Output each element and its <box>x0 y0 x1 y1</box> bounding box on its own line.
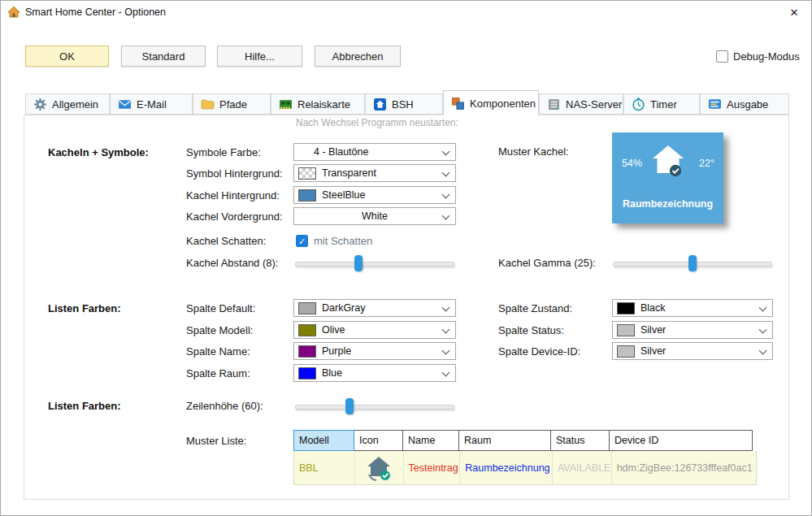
tile-temperature: 22° <box>699 158 714 169</box>
row-cell-icon <box>355 451 404 484</box>
combo-value: Silver <box>640 345 666 357</box>
home-check-icon <box>649 142 688 183</box>
transparent-swatch <box>298 167 316 180</box>
spalte-raum-select[interactable]: Blue <box>293 364 456 382</box>
kachel-vordergrund-label: Kachel Vordergrund: <box>186 210 283 223</box>
muster-liste-label: Muster Liste: <box>186 435 246 447</box>
combo-value: Black <box>640 302 666 314</box>
row-cell-name: Testeintrag <box>404 451 461 484</box>
chevron-down-icon <box>759 326 767 334</box>
chevron-down-icon <box>442 212 450 220</box>
standard-button[interactable]: Standard <box>121 46 206 67</box>
chevron-down-icon <box>442 148 450 156</box>
spalte-modell-label: Spalte Modell: <box>186 324 253 336</box>
ok-button[interactable]: OK <box>25 46 109 67</box>
color-swatch <box>298 367 316 379</box>
symbol-hintergrund-label: Symbol Hintergrund: <box>186 167 283 180</box>
combo-value: 4 - Blautöne <box>314 146 368 158</box>
spalte-default-label: Spalte Default: <box>186 302 255 314</box>
tile-room-label: Raumbezeichnung <box>612 198 723 210</box>
spalte-default-select[interactable]: DarkGray <box>293 299 456 317</box>
zeilenhoehe-label: Zeilenhöhe (60): <box>186 400 263 412</box>
spalte-status-label: Spalte Status: <box>498 324 564 336</box>
kachel-vordergrund-select[interactable]: White <box>293 207 456 225</box>
row-cell-modell: BBL <box>294 451 355 484</box>
envelope-icon <box>118 98 132 111</box>
titlebar: Smart Home Center - Optionen ✕ <box>1 1 811 24</box>
combo-value: White <box>362 210 388 222</box>
spalte-zustand-select[interactable]: Black <box>612 299 773 317</box>
app-icon <box>7 6 20 19</box>
kachel-hintergrund-label: Kachel Hintergrund: <box>186 189 280 202</box>
combo-value: DarkGray <box>322 302 365 314</box>
bsh-home-icon <box>373 98 387 111</box>
kachel-gamma-slider[interactable] <box>613 255 772 271</box>
spalte-device-id-label: Spalte Device-ID: <box>498 345 580 358</box>
tab-nas-server[interactable]: NAS-Server <box>539 93 623 115</box>
slider-track[interactable] <box>295 262 454 267</box>
row-cell-device-id: hdm:ZigBee:126733fffeaf0ac1 <box>612 451 756 484</box>
symbol-hintergrund-select[interactable]: Transparent <box>293 164 456 182</box>
tab-label: E-Mail <box>137 98 167 111</box>
combo-value: Olive <box>322 324 345 336</box>
window-title: Smart Home Center - Optionen <box>25 7 166 18</box>
tab-ausgabe[interactable]: Ausgabe <box>700 93 789 115</box>
symbole-farbe-select[interactable]: 4 - Blautöne <box>293 143 456 161</box>
output-icon <box>708 98 722 111</box>
color-swatch <box>617 302 635 314</box>
slider-thumb[interactable] <box>345 398 354 414</box>
combo-value: Purple <box>322 345 351 357</box>
chevron-down-icon <box>442 347 450 355</box>
tile-humidity: 54% <box>622 158 642 169</box>
spalte-name-select[interactable]: Purple <box>293 342 456 360</box>
gear-icon <box>33 98 47 111</box>
zeilenhoehe-slider[interactable] <box>295 398 454 414</box>
spalte-name-label: Spalte Name: <box>186 345 250 358</box>
debug-mode-checkbox[interactable] <box>716 50 728 63</box>
color-swatch <box>617 345 635 358</box>
components-icon <box>451 97 465 111</box>
tab-email[interactable]: E-Mail <box>110 93 193 115</box>
tab-pfade[interactable]: Pfade <box>193 93 271 115</box>
close-icon[interactable]: ✕ <box>780 1 808 24</box>
kachel-schatten-label: Kachel Schatten: <box>186 235 266 247</box>
slider-thumb[interactable] <box>354 255 363 271</box>
symbole-farbe-label: Symbole Farbe: <box>186 146 261 158</box>
muster-liste-header: Modell Icon Name Raum Status Device ID <box>293 430 753 451</box>
kachel-abstand-slider[interactable] <box>295 255 454 271</box>
chevron-down-icon <box>442 326 450 334</box>
cancel-button[interactable]: Abbrechen <box>315 46 401 67</box>
options-window: Smart Home Center - Optionen ✕ OK Standa… <box>0 0 812 516</box>
header-cell-icon: Icon <box>354 430 403 451</box>
chevron-down-icon <box>442 304 450 312</box>
tab-label: Timer <box>650 98 677 111</box>
kachel-gamma-label: Kachel Gamma (25): <box>498 257 596 269</box>
chevron-down-icon <box>442 369 450 377</box>
tab-allgemein[interactable]: Allgemein <box>25 93 110 115</box>
color-swatch <box>298 302 316 314</box>
muster-kachel-label: Muster Kachel: <box>498 145 569 158</box>
muster-liste-row: BBL Testeintrag Raumbezeichnung AVAILABL… <box>293 451 757 485</box>
spalte-status-select[interactable]: Silver <box>612 321 773 339</box>
color-swatch <box>298 324 316 336</box>
help-button[interactable]: Hilfe... <box>217 46 302 67</box>
checked-checkbox[interactable]: ✓ <box>296 235 308 247</box>
color-swatch <box>298 189 316 202</box>
tab-label: Relaiskarte <box>297 98 350 111</box>
spalte-raum-label: Spalte Raum: <box>186 367 250 379</box>
tab-timer[interactable]: Timer <box>623 93 700 115</box>
combo-value: Transparent <box>322 167 376 179</box>
relay-board-icon <box>279 98 293 111</box>
spalte-modell-select[interactable]: Olive <box>293 321 456 339</box>
mit-schatten-checkbox-row[interactable]: ✓ mit Schatten <box>296 235 372 247</box>
color-swatch <box>617 324 635 336</box>
tab-label: BSH <box>392 98 414 111</box>
slider-track[interactable] <box>295 405 454 410</box>
tab-bsh[interactable]: BSH <box>365 93 443 115</box>
slider-thumb[interactable] <box>688 255 697 271</box>
kachel-hintergrund-select[interactable]: SteelBlue <box>293 186 456 204</box>
spalte-device-id-select[interactable]: Silver <box>612 342 773 360</box>
tab-relaiskarte[interactable]: Relaiskarte <box>271 93 365 115</box>
header-cell-device-id: Device ID <box>609 430 753 451</box>
tab-komponenten[interactable]: Komponenten <box>443 90 539 115</box>
